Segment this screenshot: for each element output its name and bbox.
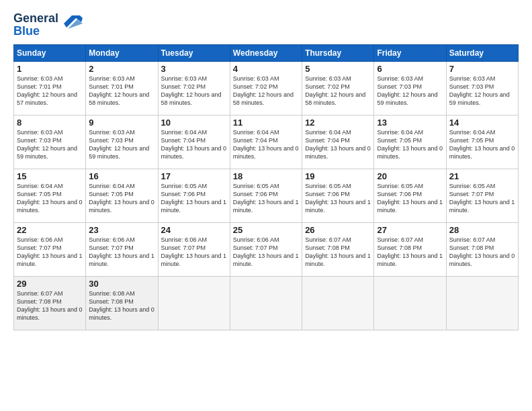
day-number: 10 [161,118,227,128]
col-header-wednesday: Wednesday [230,44,302,61]
cell-info: Sunrise: 6:06 AMSunset: 7:07 PMDaylight:… [89,236,154,267]
calendar-cell: 13 Sunrise: 6:04 AMSunset: 7:05 PMDaylig… [374,115,446,169]
calendar-cell: 9 Sunrise: 6:03 AMSunset: 7:03 PMDayligh… [86,115,158,169]
day-number: 24 [161,225,227,235]
logo-icon [61,13,83,32]
day-number: 15 [17,171,83,181]
calendar-cell: 18 Sunrise: 6:05 AMSunset: 7:06 PMDaylig… [230,169,302,222]
calendar-page: General Blue SundayMondayTuesdayWednesda… [0,0,532,411]
calendar-cell: 29 Sunrise: 6:07 AMSunset: 7:08 PMDaylig… [14,276,86,330]
day-number: 14 [449,118,515,128]
calendar-cell: 5 Sunrise: 6:03 AMSunset: 7:02 PMDayligh… [302,61,374,115]
calendar-cell: 8 Sunrise: 6:03 AMSunset: 7:03 PMDayligh… [14,115,86,169]
calendar-cell: 16 Sunrise: 6:04 AMSunset: 7:05 PMDaylig… [86,169,158,222]
day-number: 6 [377,64,443,74]
col-header-friday: Friday [374,44,446,61]
cell-info: Sunrise: 6:04 AMSunset: 7:04 PMDaylight:… [233,129,299,160]
calendar-cell: 27 Sunrise: 6:07 AMSunset: 7:08 PMDaylig… [374,222,446,276]
cell-info: Sunrise: 6:07 AMSunset: 7:08 PMDaylight:… [17,290,83,321]
cell-info: Sunrise: 6:06 AMSunset: 7:07 PMDaylight:… [161,236,227,267]
col-header-monday: Monday [86,44,158,61]
day-number: 25 [233,225,299,235]
calendar-week-4: 22 Sunrise: 6:06 AMSunset: 7:07 PMDaylig… [14,222,519,276]
day-number: 16 [89,171,154,181]
calendar-table: SundayMondayTuesdayWednesdayThursdayFrid… [13,44,519,330]
cell-info: Sunrise: 6:03 AMSunset: 7:01 PMDaylight:… [17,75,77,106]
cell-info: Sunrise: 6:05 AMSunset: 7:06 PMDaylight:… [305,183,371,214]
cell-info: Sunrise: 6:07 AMSunset: 7:08 PMDaylight:… [449,236,515,267]
calendar-cell: 19 Sunrise: 6:05 AMSunset: 7:06 PMDaylig… [302,169,374,222]
logo: General Blue [13,12,83,38]
col-header-sunday: Sunday [14,44,86,61]
calendar-cell: 3 Sunrise: 6:03 AMSunset: 7:02 PMDayligh… [158,61,230,115]
day-number: 27 [377,225,443,235]
cell-info: Sunrise: 6:05 AMSunset: 7:06 PMDaylight:… [161,183,227,214]
logo-general: General [13,12,58,25]
cell-info: Sunrise: 6:08 AMSunset: 7:08 PMDaylight:… [89,290,154,321]
calendar-cell: 7 Sunrise: 6:03 AMSunset: 7:03 PMDayligh… [446,61,518,115]
cell-info: Sunrise: 6:03 AMSunset: 7:02 PMDaylight:… [161,75,222,106]
calendar-cell: 26 Sunrise: 6:07 AMSunset: 7:08 PMDaylig… [302,222,374,276]
day-number: 29 [17,279,83,289]
day-number: 13 [377,118,443,128]
calendar-week-1: 1 Sunrise: 6:03 AMSunset: 7:01 PMDayligh… [14,61,519,115]
col-header-thursday: Thursday [302,44,374,61]
calendar-cell: 30 Sunrise: 6:08 AMSunset: 7:08 PMDaylig… [86,276,158,330]
day-number: 7 [449,64,515,74]
day-number: 21 [449,171,515,181]
calendar-cell: 6 Sunrise: 6:03 AMSunset: 7:03 PMDayligh… [374,61,446,115]
day-number: 5 [305,64,371,74]
day-number: 4 [233,64,299,74]
day-number: 3 [161,64,227,74]
day-number: 26 [305,225,371,235]
cell-info: Sunrise: 6:06 AMSunset: 7:07 PMDaylight:… [233,236,299,267]
calendar-cell: 21 Sunrise: 6:05 AMSunset: 7:07 PMDaylig… [446,169,518,222]
cell-info: Sunrise: 6:04 AMSunset: 7:05 PMDaylight:… [377,129,443,160]
cell-info: Sunrise: 6:04 AMSunset: 7:05 PMDaylight:… [17,183,83,214]
cell-info: Sunrise: 6:03 AMSunset: 7:03 PMDaylight:… [17,129,77,160]
day-number: 20 [377,171,443,181]
cell-info: Sunrise: 6:03 AMSunset: 7:03 PMDaylight:… [89,129,149,160]
day-number: 28 [449,225,515,235]
day-number: 23 [89,225,154,235]
calendar-cell: 24 Sunrise: 6:06 AMSunset: 7:07 PMDaylig… [158,222,230,276]
calendar-cell: 25 Sunrise: 6:06 AMSunset: 7:07 PMDaylig… [230,222,302,276]
calendar-cell [374,276,446,330]
day-number: 11 [233,118,299,128]
day-number: 8 [17,118,83,128]
calendar-cell: 15 Sunrise: 6:04 AMSunset: 7:05 PMDaylig… [14,169,86,222]
calendar-cell [158,276,230,330]
cell-info: Sunrise: 6:05 AMSunset: 7:07 PMDaylight:… [449,183,515,214]
day-number: 1 [17,64,83,74]
day-number: 2 [89,64,154,74]
cell-info: Sunrise: 6:05 AMSunset: 7:06 PMDaylight:… [377,183,443,214]
cell-info: Sunrise: 6:04 AMSunset: 7:05 PMDaylight:… [89,183,154,214]
calendar-cell: 10 Sunrise: 6:04 AMSunset: 7:04 PMDaylig… [158,115,230,169]
cell-info: Sunrise: 6:04 AMSunset: 7:04 PMDaylight:… [305,129,371,160]
day-number: 12 [305,118,371,128]
cell-info: Sunrise: 6:03 AMSunset: 7:03 PMDaylight:… [377,75,437,106]
calendar-cell: 22 Sunrise: 6:06 AMSunset: 7:07 PMDaylig… [14,222,86,276]
cell-info: Sunrise: 6:06 AMSunset: 7:07 PMDaylight:… [17,236,83,267]
calendar-week-3: 15 Sunrise: 6:04 AMSunset: 7:05 PMDaylig… [14,169,519,222]
cell-info: Sunrise: 6:04 AMSunset: 7:05 PMDaylight:… [449,129,515,160]
calendar-cell: 2 Sunrise: 6:03 AMSunset: 7:01 PMDayligh… [86,61,158,115]
cell-info: Sunrise: 6:03 AMSunset: 7:02 PMDaylight:… [305,75,365,106]
day-number: 17 [161,171,227,181]
cell-info: Sunrise: 6:03 AMSunset: 7:01 PMDaylight:… [89,75,149,106]
cell-info: Sunrise: 6:03 AMSunset: 7:03 PMDaylight:… [449,75,510,106]
day-number: 18 [233,171,299,181]
calendar-cell: 1 Sunrise: 6:03 AMSunset: 7:01 PMDayligh… [14,61,86,115]
calendar-cell: 20 Sunrise: 6:05 AMSunset: 7:06 PMDaylig… [374,169,446,222]
cell-info: Sunrise: 6:04 AMSunset: 7:04 PMDaylight:… [161,129,227,160]
calendar-week-5: 29 Sunrise: 6:07 AMSunset: 7:08 PMDaylig… [14,276,519,330]
calendar-cell [302,276,374,330]
col-header-saturday: Saturday [446,44,518,61]
page-header: General Blue [13,12,519,38]
col-header-tuesday: Tuesday [158,44,230,61]
calendar-cell: 12 Sunrise: 6:04 AMSunset: 7:04 PMDaylig… [302,115,374,169]
cell-info: Sunrise: 6:03 AMSunset: 7:02 PMDaylight:… [233,75,294,106]
day-number: 30 [89,279,154,289]
calendar-header-row: SundayMondayTuesdayWednesdayThursdayFrid… [14,44,519,61]
calendar-cell [446,276,518,330]
